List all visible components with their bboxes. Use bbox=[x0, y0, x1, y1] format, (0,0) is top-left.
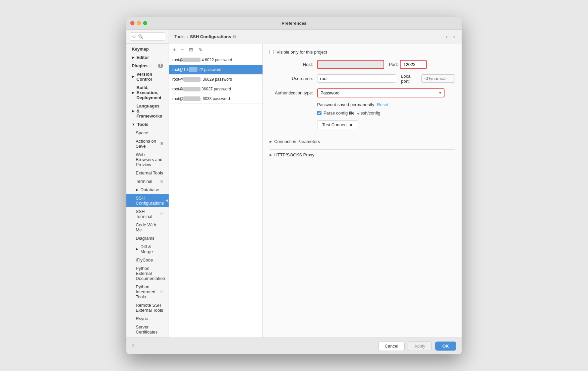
remove-ssh-button[interactable]: − bbox=[180, 46, 185, 53]
ssh-terminal-icon: ⊟ bbox=[160, 212, 163, 216]
database-label: Database bbox=[140, 187, 159, 192]
sidebar-item-terminal[interactable]: Terminal ⊟ bbox=[126, 177, 169, 186]
host-input[interactable] bbox=[317, 60, 384, 69]
help-button[interactable]: ? bbox=[132, 344, 134, 349]
ssh-entries: root@██████:4:6022 password root@10.███:… bbox=[169, 55, 262, 338]
footer: ? Cancel Apply OK bbox=[126, 338, 462, 354]
diff-merge-label: Diff & Merge bbox=[140, 244, 163, 254]
conn-params-arrow: ▶ bbox=[270, 140, 272, 143]
sidebar-item-remote-ssh[interactable]: Remote SSH External Tools bbox=[126, 301, 169, 314]
ssh-entry-4[interactable]: root@██████:36037 password bbox=[169, 84, 262, 94]
ssh-config-label: SSH Configurations bbox=[136, 196, 164, 206]
editor-label: Editor bbox=[136, 55, 149, 60]
build-arrow: ▶ bbox=[132, 91, 134, 94]
copy-ssh-button[interactable]: ⊞ bbox=[188, 46, 194, 53]
plugins-badge: 1 bbox=[158, 64, 163, 68]
reset-link[interactable]: Reset bbox=[377, 102, 388, 107]
local-port-input[interactable] bbox=[421, 74, 455, 83]
edit-icon: ✎ bbox=[198, 47, 202, 52]
port-input[interactable] bbox=[400, 60, 427, 69]
blurred-ip-2: ███ bbox=[189, 67, 197, 72]
server-certs-label: Server Certificates bbox=[136, 324, 163, 335]
sidebar-item-diagrams[interactable]: Diagrams bbox=[126, 234, 169, 242]
parse-config-label: Parse config file ~/.ssh/config bbox=[324, 110, 380, 116]
sidebar-nav: Keymap ▶ Editor Plugins 1 ▶ Version Cont… bbox=[126, 44, 169, 338]
forward-arrow[interactable]: › bbox=[452, 33, 456, 41]
sidebar-item-actions-on-save[interactable]: Actions on Save ⊟ bbox=[126, 137, 169, 150]
sidebar-item-ssh-terminal[interactable]: SSH Terminal ⊟ bbox=[126, 207, 169, 221]
sidebar-item-database[interactable]: ▶ Database bbox=[126, 186, 169, 194]
sidebar-item-version-control[interactable]: ▶ Version Control bbox=[126, 70, 169, 83]
terminal-icon: ⊟ bbox=[160, 179, 163, 183]
connection-params-section: ▶ Connection Parameters bbox=[270, 136, 455, 147]
http-socks-label: HTTP/SOCKS Proxy bbox=[274, 152, 314, 157]
ssh-entry-text-3: root@██████: 36029 password bbox=[172, 77, 259, 82]
sidebar-item-build-exec[interactable]: ▶ Build, Execution, Deployment bbox=[126, 83, 169, 102]
minimize-button[interactable] bbox=[137, 21, 141, 25]
main-area: Tools › SSH Configurations ⊟ ‹ › + − bbox=[169, 30, 462, 338]
password-saved-row: Password saved permanently Reset bbox=[317, 102, 455, 107]
sidebar-item-ssh-configurations[interactable]: SSH Configurations ◀ bbox=[126, 194, 169, 207]
sidebar-item-plugins[interactable]: Plugins 1 bbox=[126, 62, 169, 70]
vc-label: Version Control bbox=[136, 72, 163, 82]
sidebar-item-iflycode[interactable]: iFlyCode bbox=[126, 256, 169, 264]
sidebar-item-tools[interactable]: ▼ Tools bbox=[126, 120, 169, 129]
password-saved-text: Password saved permanently bbox=[317, 102, 374, 107]
cancel-button[interactable]: Cancel bbox=[378, 341, 405, 351]
close-button[interactable] bbox=[130, 21, 134, 25]
local-port-label: Local port: bbox=[401, 74, 419, 84]
sidebar-item-python-ext-doc[interactable]: Python External Documentation bbox=[126, 264, 169, 283]
copy-icon: ⊞ bbox=[189, 47, 193, 52]
terminal-label: Terminal bbox=[136, 179, 152, 184]
auth-select[interactable]: Password Key pair OpenSSH config and aut… bbox=[317, 88, 445, 97]
sidebar-item-space[interactable]: Space bbox=[126, 129, 169, 137]
sidebar-item-external-tools[interactable]: External Tools bbox=[126, 169, 169, 177]
search-box bbox=[126, 30, 169, 44]
ok-button[interactable]: OK bbox=[435, 342, 457, 351]
search-input[interactable] bbox=[130, 32, 165, 41]
breadcrumb-separator: › bbox=[186, 34, 188, 39]
ssh-entry-1[interactable]: root@██████:4:6022 password bbox=[169, 55, 262, 65]
maximize-button[interactable] bbox=[143, 21, 147, 25]
visible-only-label: Visible only for this project bbox=[277, 50, 327, 55]
http-socks-section: ▶ HTTP/SOCKS Proxy bbox=[270, 149, 455, 160]
back-arrow[interactable]: ‹ bbox=[445, 33, 449, 41]
conn-params-label: Connection Parameters bbox=[274, 139, 320, 144]
code-with-me-label: Code With Me bbox=[136, 222, 163, 232]
sidebar-item-languages[interactable]: ▶ Languages & Frameworks bbox=[126, 102, 169, 120]
add-ssh-button[interactable]: + bbox=[172, 46, 177, 53]
sidebar-item-server-certs[interactable]: Server Certificates bbox=[126, 323, 169, 336]
sidebar-item-keymap[interactable]: Keymap bbox=[126, 45, 169, 53]
ssh-entry-2[interactable]: root@10.███:22 password bbox=[169, 65, 262, 75]
diagrams-label: Diagrams bbox=[136, 236, 155, 241]
blurred-ip-3: ██████ bbox=[183, 77, 200, 82]
sidebar-item-python-int-tools[interactable]: Python Integrated Tools ⊟ bbox=[126, 283, 169, 301]
ssh-config-arrow: ◀ bbox=[165, 198, 168, 203]
editor-arrow: ▶ bbox=[132, 56, 134, 59]
breadcrumb: Tools › SSH Configurations ⊟ bbox=[174, 34, 236, 39]
ssh-entry-5[interactable]: root@██████: 6038 password bbox=[169, 94, 262, 104]
main-body: + − ⊞ ✎ root@██████:4:6022 password bbox=[169, 44, 462, 338]
username-input[interactable] bbox=[317, 74, 396, 83]
actions-label: Actions on Save bbox=[136, 139, 159, 149]
visible-only-checkbox[interactable] bbox=[270, 50, 274, 54]
edit-ssh-button[interactable]: ✎ bbox=[197, 46, 204, 53]
test-connection-button[interactable]: Test Connection bbox=[317, 120, 358, 129]
actions-icon: ⊟ bbox=[160, 141, 163, 146]
space-label: Space bbox=[136, 130, 148, 135]
connection-params-header[interactable]: ▶ Connection Parameters bbox=[270, 136, 455, 147]
sidebar-item-diff-merge[interactable]: ▶ Diff & Merge bbox=[126, 242, 169, 256]
sidebar-item-web-browsers[interactable]: Web Browsers and Preview bbox=[126, 150, 169, 169]
sidebar: Keymap ▶ Editor Plugins 1 ▶ Version Cont… bbox=[126, 30, 169, 338]
apply-button[interactable]: Apply bbox=[408, 341, 432, 351]
sidebar-item-editor[interactable]: ▶ Editor bbox=[126, 53, 169, 62]
preferences-window: Preferences Keymap ▶ Editor Plugins 1 bbox=[126, 17, 462, 354]
breadcrumb-current: SSH Configurations bbox=[190, 34, 231, 39]
http-socks-header[interactable]: ▶ HTTP/SOCKS Proxy bbox=[270, 149, 455, 160]
python-int-icon: ⊟ bbox=[160, 290, 163, 294]
ssh-entry-text-4: root@██████:36037 password bbox=[172, 87, 259, 91]
sidebar-item-rsync[interactable]: Rsync bbox=[126, 314, 169, 323]
parse-config-checkbox[interactable] bbox=[317, 111, 321, 115]
ssh-entry-3[interactable]: root@██████: 36029 password bbox=[169, 75, 262, 84]
sidebar-item-code-with-me[interactable]: Code With Me bbox=[126, 221, 169, 234]
